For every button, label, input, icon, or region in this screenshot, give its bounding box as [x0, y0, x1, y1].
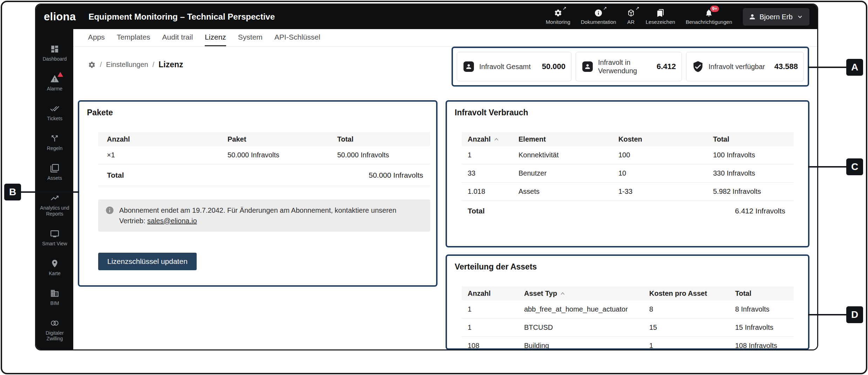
pakete-panel: Pakete Anzahl Paket Total ×1 50.000 Infr… — [78, 100, 438, 287]
app-window: eliona Equipment Monitoring – Technical … — [35, 4, 818, 350]
sidebar-item-dashboard[interactable]: Dashboard — [36, 38, 73, 68]
tab-audit-trail[interactable]: Audit trail — [162, 33, 193, 46]
digital-twin-icon — [50, 319, 59, 328]
chevron-down-icon — [796, 13, 804, 21]
column-header-anzahl: Anzahl — [462, 289, 518, 298]
breadcrumb: / Einstellungen / Lizenz — [88, 60, 183, 69]
eliona-logo[interactable]: eliona — [44, 11, 76, 23]
main-content: Apps Templates Audit trail Lizenz System… — [73, 29, 817, 349]
nav-label: Lesezeichen — [646, 19, 675, 25]
notification-badge: 9+ — [710, 6, 719, 12]
column-header-kosten-pro-asset: Kosten pro Asset — [643, 289, 729, 298]
stat-card-in-verwendung: Infravolt in Verwendung 6.412 — [576, 52, 682, 81]
subscription-notice: Abonnement endet am 19.7.2042. Für Änder… — [98, 199, 430, 232]
table-cell: Konnektivität — [513, 151, 612, 159]
panel-title: Verteilung der Assets — [455, 262, 808, 272]
table-cell: Building — [518, 342, 643, 350]
column-header-kosten: Kosten — [612, 135, 707, 143]
annotation-label-d: D — [846, 306, 863, 323]
sidebar-item-regeln[interactable]: Regeln — [36, 128, 73, 157]
table-row: 1 abb_free_at_home_hue_actuator 8 8 Infr… — [462, 300, 794, 319]
breadcrumb-einstellungen[interactable]: Einstellungen — [106, 61, 148, 69]
assets-icon — [50, 164, 59, 173]
sort-asc-icon — [494, 138, 499, 141]
table-header-row: Anzahl Asset Typ Kosten pro Asset Total — [462, 286, 794, 300]
annotation-line-a — [808, 67, 847, 68]
bim-building-icon — [50, 289, 59, 298]
table-cell: 1 — [462, 305, 518, 313]
sidebar-item-tickets[interactable]: Tickets — [36, 98, 73, 128]
tab-lizenz[interactable]: Lizenz — [205, 33, 226, 46]
info-circle-icon — [105, 206, 114, 215]
badge-user-icon — [463, 61, 475, 73]
infravolt-verbrauch-panel: Infravolt Verbrauch Anzahl Element Koste… — [446, 100, 809, 247]
table-cell: Assets — [513, 188, 612, 196]
column-header-paket: Paket — [219, 135, 328, 143]
table-cell: 1 — [643, 342, 729, 350]
breadcrumb-current-page: Lizenz — [158, 60, 183, 69]
sidebar-item-assets[interactable]: Assets — [36, 157, 73, 187]
shield-check-icon — [692, 61, 704, 73]
column-header-total: Total — [707, 135, 794, 143]
tab-apps[interactable]: Apps — [88, 33, 105, 46]
stat-label: Infravolt Gesamt — [479, 62, 531, 71]
table-row: 1 Konnektivität 100 100 Infravolts — [462, 146, 794, 164]
table-cell: 5.982 Infravolts — [707, 188, 794, 196]
verteilung-table: Anzahl Asset Typ Kosten pro Asset Total … — [462, 286, 794, 350]
pakete-table: Anzahl Paket Total ×1 50.000 Infravolts … — [98, 132, 430, 186]
user-menu[interactable]: Bjoern Erb — [743, 8, 810, 26]
table-cell: 33 — [462, 169, 513, 177]
verbrauch-total-row: Total 6.412 Infravolts — [462, 201, 794, 221]
panel-title: Infravolt Verbrauch — [455, 108, 808, 117]
monitoring-gear-icon — [554, 9, 562, 17]
total-label: Total — [468, 207, 485, 215]
rules-icon — [50, 134, 59, 143]
nav-monitoring[interactable]: Monitoring — [546, 9, 570, 25]
page-title: Equipment Monitoring – Technical Perspec… — [88, 12, 275, 22]
table-cell: 10 — [612, 169, 707, 177]
pakete-total-row: Total 50.000 Infravolts — [98, 164, 430, 186]
table-row: 33 Benutzer 10 330 Infravolts — [462, 164, 794, 183]
breadcrumb-separator: / — [152, 61, 155, 69]
update-license-key-button[interactable]: Lizenzschlüssel updaten — [98, 253, 197, 270]
table-row: 108 Building 1 108 Infravolts — [462, 337, 794, 350]
annotation-line-d — [808, 314, 847, 315]
total-value: 6.412 Infravolts — [735, 207, 785, 215]
nav-benachrichtigungen[interactable]: 9+ Benachrichtigungen — [686, 9, 732, 25]
stat-value: 50.000 — [538, 62, 565, 71]
annotation-label-c: C — [846, 158, 863, 175]
sidebar: Dashboard Alarme Tickets Regeln Assets — [36, 29, 73, 349]
nav-ar[interactable]: AR — [627, 9, 635, 25]
total-value: 50.000 Infravolts — [369, 171, 423, 179]
sidebar-item-digitaler-zwilling[interactable]: Digitaler Zwilling — [36, 312, 73, 348]
sales-email-link[interactable]: sales@eliona.io — [147, 217, 197, 225]
table-cell: 1 — [462, 323, 518, 332]
column-label: Asset Typ — [524, 289, 557, 298]
nav-lesezeichen[interactable]: Lesezeichen — [646, 9, 675, 25]
table-cell: 100 — [612, 151, 707, 159]
sidebar-item-karte[interactable]: Karte — [36, 253, 73, 282]
annotation-label-b: B — [4, 184, 21, 200]
table-cell: 330 Infravolts — [707, 169, 794, 177]
table-row: ×1 50.000 Infravolts 50.000 Infravolts — [98, 146, 430, 164]
tab-templates[interactable]: Templates — [117, 33, 150, 46]
column-header-anzahl[interactable]: Anzahl — [462, 135, 513, 143]
column-header-asset-typ[interactable]: Asset Typ — [518, 289, 643, 298]
table-cell: abb_free_at_home_hue_actuator — [518, 305, 643, 313]
table-cell: 15 Infravolts — [729, 323, 794, 332]
nav-dokumentation[interactable]: Dokumentation — [581, 9, 616, 25]
sidebar-item-smart-view[interactable]: Smart View — [36, 223, 73, 253]
sidebar-item-bim[interactable]: BIM — [36, 282, 73, 312]
smart-view-icon — [50, 229, 59, 238]
table-header-row: Anzahl Element Kosten Total — [462, 132, 794, 146]
sidebar-item-alarme[interactable]: Alarme — [36, 68, 73, 98]
table-cell: 1.018 — [462, 188, 513, 196]
tab-system[interactable]: System — [238, 33, 263, 46]
column-header-total: Total — [729, 289, 794, 298]
column-header-element: Element — [513, 135, 612, 143]
verteilung-assets-panel: Verteilung der Assets Anzahl Asset Typ K… — [446, 254, 809, 350]
annotation-line-c — [808, 166, 847, 168]
nav-label: Monitoring — [546, 19, 570, 25]
tab-api-schluessel[interactable]: API-Schlüssel — [274, 33, 320, 46]
nav-label: Benachrichtigungen — [686, 19, 732, 25]
